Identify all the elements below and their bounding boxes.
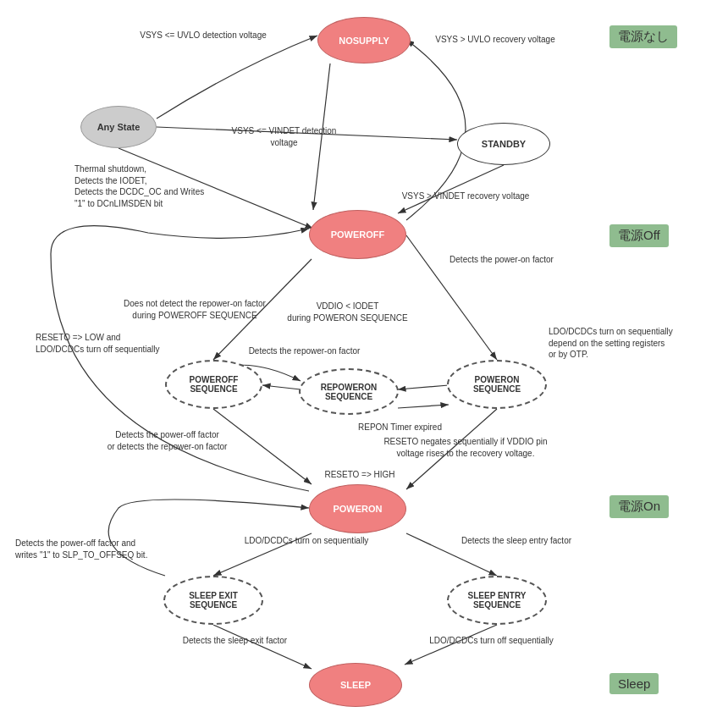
section-sleep: Sleep <box>609 673 659 694</box>
state-diagram: 電源なし 電源Off 電源On Sleep <box>0 0 728 723</box>
label-reseto-high: RESETO => HIGH <box>301 469 419 481</box>
state-poweroff-seq: POWEROFF SEQUENCE <box>165 360 262 409</box>
label-thermal: Thermal shutdown,Detects the IODET,Detec… <box>74 163 210 209</box>
section-poweroff: 電源Off <box>609 224 669 247</box>
section-poweron: 電源On <box>609 495 669 518</box>
label-repower-on: Detects the repower-on factor <box>230 345 378 357</box>
state-repoweron-seq: REPOWERON SEQUENCE <box>299 368 399 415</box>
label-repon-timer: REPON Timer expired <box>334 422 466 433</box>
label-poweroff-slp: Detects the power-off factor andwrites "… <box>15 538 155 560</box>
label-ldo-on-seq: LDO/DCDCs turn on sequentiallydepend on … <box>549 326 697 361</box>
state-standby: STANDBY <box>457 123 550 165</box>
label-uvlo-recovery: VSYS > UVLO recovery voltage <box>415 34 576 46</box>
label-reseto-low: RESETO => LOW andLDO/DCDCs turn off sequ… <box>36 332 175 355</box>
state-sleep-exit-seq: SLEEP EXIT SEQUENCE <box>163 576 263 625</box>
label-no-repower: Does not detect the repower-on factordur… <box>102 298 288 321</box>
label-vddio-iodet: VDDIO < IODETduring POWERON SEQUENCE <box>286 301 409 323</box>
state-poweron-seq: POWERON SEQUENCE <box>447 360 547 409</box>
section-nosupply: 電源なし <box>609 25 677 48</box>
state-sleep: SLEEP <box>309 663 402 707</box>
label-ldo-on-seq2: LDO/DCDCs turn on sequentially <box>222 535 391 547</box>
label-sleep-exit-factor: Detects the sleep exit factor <box>165 635 305 647</box>
state-nosupply: NOSUPPLY <box>317 17 411 63</box>
label-uvlo-detect: VSYS <= UVLO detection voltage <box>119 30 288 41</box>
label-ldo-off-seq: LDO/DCDCs turn off sequentially <box>413 635 570 647</box>
state-sleep-entry-seq: SLEEP ENTRY SEQUENCE <box>447 576 547 625</box>
label-sleep-entry-factor: Detects the sleep entry factor <box>440 535 593 547</box>
state-any: Any State <box>80 106 157 148</box>
label-reseto-negate: RESETO negates sequentially if VDDIO pin… <box>381 436 550 459</box>
label-vindet-recovery: VSYS > VINDET recovery voltage <box>381 190 550 202</box>
label-poweroff-factor: Detects the power-off factoror detects t… <box>89 429 245 452</box>
label-vindet-detect: VSYS <= VINDET detectionvoltage <box>218 125 350 148</box>
state-poweroff: POWEROFF <box>309 210 406 259</box>
label-power-on-factor: Detects the power-on factor <box>419 254 584 266</box>
state-poweron: POWERON <box>309 484 406 533</box>
